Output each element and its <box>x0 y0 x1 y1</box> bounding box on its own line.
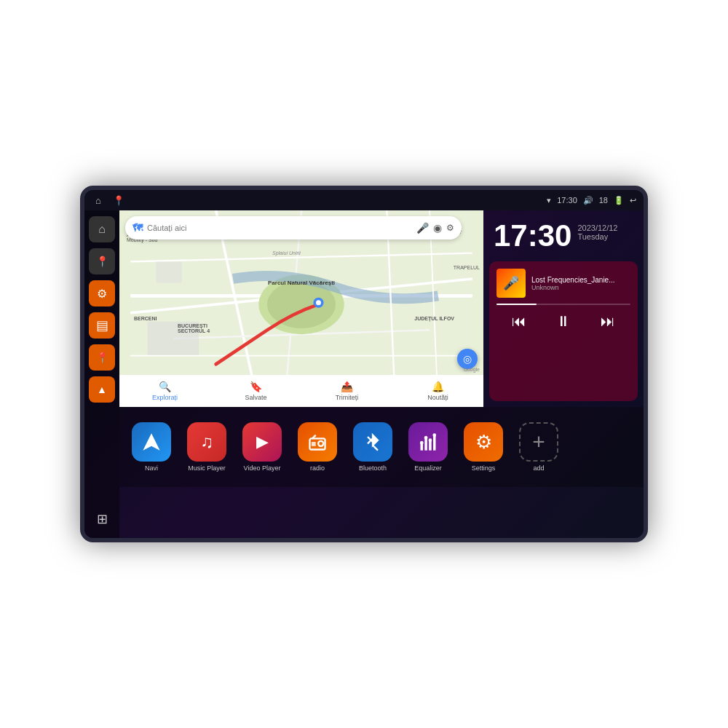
music-text: Lost Frequencies_Janie... Unknown <box>531 276 630 291</box>
sidebar-item-location[interactable]: 📍 <box>89 248 115 274</box>
explore-label: Explorați <box>152 394 178 401</box>
music-player-icon: ♫ <box>187 422 226 462</box>
sidebar-item-map[interactable]: 📍 <box>89 344 115 371</box>
add-label: add <box>533 464 544 472</box>
app-video-player[interactable]: ▶ Video Player <box>237 422 287 472</box>
svg-rect-23 <box>424 438 427 450</box>
map-nav-saved[interactable]: 🔖 Salvate <box>210 381 301 401</box>
music-player-label: Music Player <box>188 464 226 472</box>
map-layer-icon[interactable]: ◉ <box>433 222 442 234</box>
music-title: Lost Frequencies_Janie... <box>531 276 630 284</box>
equalizer-label: Equalizer <box>414 464 442 472</box>
clock-time: 17:30 <box>494 221 571 251</box>
clock-weekday: Tuesday <box>577 232 617 241</box>
battery-level: 18 <box>599 196 608 205</box>
voice-search-icon[interactable]: 🎤 <box>416 222 429 234</box>
map-nav-news[interactable]: 🔔 Noutăți <box>392 381 483 401</box>
video-player-icon: ▶ <box>242 422 282 462</box>
saved-icon: 🔖 <box>250 381 262 392</box>
svg-rect-21 <box>312 442 316 446</box>
music-info: 🎤 Lost Frequencies_Janie... Unknown <box>496 269 630 298</box>
send-icon: 📤 <box>341 381 353 392</box>
map-nav-explore[interactable]: 🔍 Explorați <box>119 381 210 401</box>
home-status-icon[interactable]: ⌂ <box>92 194 105 207</box>
app-radio[interactable]: radio <box>293 422 342 472</box>
map-search-input[interactable] <box>147 223 412 232</box>
app-navi[interactable]: Navi <box>127 422 176 472</box>
map-location-fab[interactable]: ◎ <box>457 349 478 369</box>
map-settings-icon[interactable]: ⚙ <box>446 223 454 233</box>
bluetooth-icon <box>353 422 392 462</box>
map-bottom-nav: 🔍 Explorați 🔖 Salvate 📤 Trimiteți � <box>119 375 483 407</box>
content-area: Parcul Natural Văcărești AXIS PremiumMob… <box>119 210 644 538</box>
music-section: 🎤 Lost Frequencies_Janie... Unknown ⏮ <box>489 261 638 401</box>
add-icon: + <box>519 422 558 462</box>
svg-point-28 <box>429 438 432 442</box>
pause-button[interactable]: ⏸ <box>552 309 575 333</box>
music-progress-fill <box>496 304 537 305</box>
svg-rect-22 <box>421 443 424 450</box>
sidebar-item-navigate[interactable]: ▲ <box>89 376 115 403</box>
top-half: Parcul Natural Văcărești AXIS PremiumMob… <box>119 210 644 407</box>
app-grid: Navi ♫ Music Player ▶ Video Player <box>119 407 644 487</box>
explore-icon: 🔍 <box>159 381 171 392</box>
navi-icon <box>132 422 171 462</box>
navi-label: Navi <box>145 464 158 472</box>
map-label-splaiui: Splaiui Unirii <box>272 250 301 256</box>
svg-point-27 <box>424 436 428 440</box>
saved-label: Salvate <box>245 394 266 401</box>
app-add[interactable]: + add <box>514 422 563 472</box>
music-artist: Unknown <box>531 284 630 291</box>
status-bar: ⌂ 📍 ▾ 17:30 🔊 18 🔋 ↩ <box>84 190 644 210</box>
settings-icon: ⚙ <box>464 422 503 462</box>
news-label: Noutăți <box>427 394 448 401</box>
sidebar-item-folder[interactable]: ▤ <box>89 312 115 339</box>
radio-icon <box>298 422 337 462</box>
svg-point-17 <box>316 300 321 305</box>
map-label-sector4: BUCUREȘTISECTORUL 4 <box>178 323 210 333</box>
news-icon: 🔔 <box>432 381 444 392</box>
svg-rect-10 <box>156 261 181 282</box>
google-maps-icon: 🗺 <box>132 222 143 234</box>
sidebar-item-home[interactable]: ⌂ <box>89 216 115 242</box>
app-music-player[interactable]: ♫ Music Player <box>182 422 232 472</box>
album-art: 🎤 <box>496 269 526 298</box>
maps-status-icon[interactable]: 📍 <box>112 194 125 207</box>
send-label: Trimiteți <box>336 394 359 401</box>
right-panel: 17:30 2023/12/12 Tuesday 🎤 Lost <box>483 210 644 407</box>
equalizer-icon <box>408 422 448 462</box>
svg-rect-24 <box>429 441 432 451</box>
map-label-trapelul: TRAPELUL <box>454 265 480 270</box>
map-nav-send[interactable]: 📤 Trimiteți <box>301 381 392 401</box>
music-controls: ⏮ ⏸ ⏭ <box>496 309 630 333</box>
svg-point-20 <box>318 441 323 446</box>
app-settings[interactable]: ⚙ Settings <box>459 422 508 472</box>
music-progress-bar[interactable] <box>496 304 630 305</box>
wifi-icon: ▾ <box>547 196 551 205</box>
main-content: ⌂ 📍 ⚙ ▤ 📍 ▲ ⊞ <box>84 210 644 538</box>
app-bluetooth[interactable]: Bluetooth <box>348 422 397 472</box>
svg-point-29 <box>432 433 436 437</box>
settings-label: Settings <box>472 464 496 472</box>
status-time: 17:30 <box>557 196 577 205</box>
status-left: ⌂ 📍 <box>92 194 125 207</box>
album-art-image: 🎤 <box>496 269 526 298</box>
map-label-park: Parcul Natural Văcărești <box>268 280 335 286</box>
bluetooth-label: Bluetooth <box>359 464 387 472</box>
radio-label: radio <box>310 464 325 472</box>
next-button[interactable]: ⏭ <box>596 309 620 333</box>
clock-section: 17:30 2023/12/12 Tuesday <box>483 210 644 261</box>
map-area[interactable]: Parcul Natural Văcărești AXIS PremiumMob… <box>119 210 483 407</box>
volume-icon: 🔊 <box>583 196 593 205</box>
sidebar-item-settings[interactable]: ⚙ <box>89 280 115 306</box>
status-right: ▾ 17:30 🔊 18 🔋 ↩ <box>547 196 636 205</box>
device-frame: ⌂ 📍 ▾ 17:30 🔊 18 🔋 ↩ ⌂ 📍 ⚙ ▤ <box>80 186 648 542</box>
back-icon[interactable]: ↩ <box>630 196 636 205</box>
prev-button[interactable]: ⏮ <box>507 309 531 333</box>
video-player-label: Video Player <box>244 464 281 472</box>
map-label-berceni: BERCENI <box>134 316 157 321</box>
sidebar-item-grid[interactable]: ⊞ <box>89 506 115 532</box>
app-equalizer[interactable]: Equalizer <box>403 422 453 472</box>
map-label-google: Google <box>463 367 480 372</box>
map-search-bar[interactable]: 🗺 🎤 ◉ ⚙ <box>125 216 462 240</box>
